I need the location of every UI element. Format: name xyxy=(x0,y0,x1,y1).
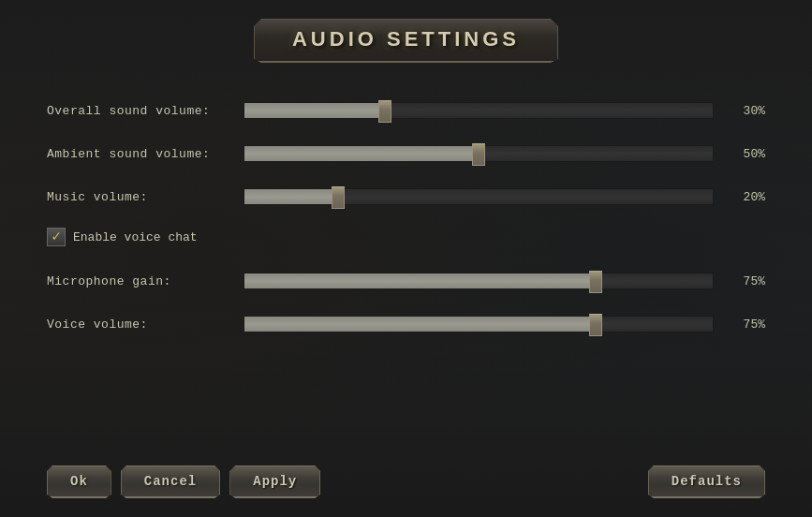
voice-chat-label: Enable voice chat xyxy=(73,230,198,244)
checkmark-icon: ✓ xyxy=(52,229,61,244)
buttons-row: Ok Cancel Apply Defaults xyxy=(47,465,765,498)
microphone-gain-label: Microphone gain: xyxy=(47,274,234,288)
overall-sound-row: Overall sound volume: 30% xyxy=(47,89,765,132)
voice-volume-value: 75% xyxy=(723,318,765,332)
voice-chat-row: ✓ Enable voice chat xyxy=(47,218,765,256)
ambient-sound-track xyxy=(244,145,714,162)
music-volume-label: Music volume: xyxy=(47,190,234,204)
title-section: AUDIO SETTINGS xyxy=(254,19,558,63)
voice-volume-slider[interactable] xyxy=(244,315,714,333)
overall-sound-track xyxy=(244,102,714,119)
main-container: AUDIO SETTINGS Overall sound volume: 30%… xyxy=(0,0,812,517)
ambient-sound-slider[interactable] xyxy=(244,144,714,163)
voice-volume-track xyxy=(244,316,714,332)
microphone-gain-fill xyxy=(244,273,596,288)
apply-button[interactable]: Apply xyxy=(229,465,320,498)
microphone-gain-track xyxy=(244,273,714,289)
music-volume-thumb[interactable] xyxy=(332,186,345,209)
defaults-button[interactable]: Defaults xyxy=(648,465,765,498)
overall-sound-fill xyxy=(244,103,385,118)
music-volume-fill xyxy=(244,189,338,204)
music-volume-slider[interactable] xyxy=(244,187,714,206)
ambient-sound-value: 50% xyxy=(723,147,765,161)
ambient-sound-row: Ambient sound volume: 50% xyxy=(47,132,765,175)
voice-volume-thumb[interactable] xyxy=(589,314,602,336)
overall-sound-slider[interactable] xyxy=(244,101,714,120)
microphone-gain-value: 75% xyxy=(723,274,765,288)
voice-chat-checkbox[interactable]: ✓ xyxy=(47,228,66,246)
page-title: AUDIO SETTINGS xyxy=(292,27,520,51)
right-buttons: Defaults xyxy=(648,465,765,498)
cancel-button[interactable]: Cancel xyxy=(121,465,220,498)
settings-area: Overall sound volume: 30% Ambient sound … xyxy=(47,89,765,451)
title-background: AUDIO SETTINGS xyxy=(254,19,558,63)
ok-button[interactable]: Ok xyxy=(47,465,111,498)
voice-volume-row: Voice volume: 75% xyxy=(47,303,765,346)
overall-sound-thumb[interactable] xyxy=(378,100,391,123)
microphone-gain-slider[interactable] xyxy=(244,272,714,290)
voice-volume-label: Voice volume: xyxy=(47,318,234,332)
overall-sound-value: 30% xyxy=(723,104,765,118)
ambient-sound-label: Ambient sound volume: xyxy=(47,147,234,161)
ambient-sound-thumb[interactable] xyxy=(472,143,485,166)
overall-sound-label: Overall sound volume: xyxy=(47,104,234,118)
microphone-gain-row: Microphone gain: 75% xyxy=(47,259,765,303)
ambient-sound-fill xyxy=(244,146,479,161)
microphone-gain-thumb[interactable] xyxy=(589,271,602,293)
left-buttons: Ok Cancel Apply xyxy=(47,465,320,498)
music-volume-track xyxy=(244,188,714,205)
music-volume-value: 20% xyxy=(723,190,765,204)
voice-volume-fill xyxy=(244,317,596,332)
music-volume-row: Music volume: 20% xyxy=(47,175,765,218)
